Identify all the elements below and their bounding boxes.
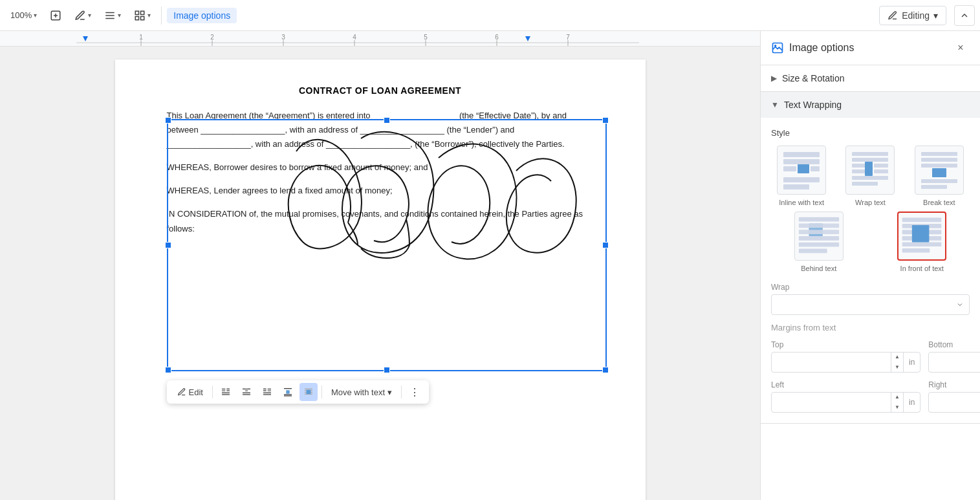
svg-rect-43 <box>286 390 289 393</box>
handle-top-right[interactable] <box>602 117 609 124</box>
text-wrapping-content: Style <box>761 118 980 423</box>
behind-preview-svg <box>795 212 843 261</box>
wrap-dropdown-chevron-icon <box>956 301 964 309</box>
editing-label: Editing <box>902 10 930 21</box>
style-item-infront[interactable]: In front of text <box>875 212 970 272</box>
editing-caret-icon: ▾ <box>933 10 938 21</box>
separator-1 <box>161 6 162 25</box>
margin-left-increment[interactable]: ▲ <box>891 392 903 402</box>
align-center-button[interactable] <box>237 383 256 401</box>
align-infront-button[interactable] <box>299 383 318 401</box>
style-item-break[interactable]: Break text <box>909 146 970 206</box>
wrap-section: Wrap <box>771 283 970 315</box>
align-infront-icon <box>303 387 314 397</box>
svg-rect-64 <box>852 169 866 173</box>
svg-rect-87 <box>902 248 930 253</box>
margin-bottom-input-row: ▲ ▼ in <box>928 352 980 373</box>
grid-button[interactable]: ▾ <box>129 7 156 24</box>
document-page[interactable]: CONTRACT OF LOAN AGREEMENT This Loan Agr… <box>115 60 646 500</box>
margins-title: Margins from text <box>771 323 970 332</box>
svg-rect-72 <box>932 168 946 177</box>
margin-left-input[interactable] <box>772 398 891 408</box>
align-left-tight-icon <box>221 387 231 397</box>
doc-paragraph-2: WHEREAS, Borrower desires to borrow a fi… <box>167 160 594 175</box>
more-dots-icon: ⋮ <box>409 386 420 398</box>
doc-body: This Loan Agreement (the “Agreement”) is… <box>167 109 594 236</box>
wrap-field-row <box>771 294 970 315</box>
margin-left-decrement[interactable]: ▼ <box>891 402 903 413</box>
style-item-behind[interactable]: Behind text <box>771 212 867 272</box>
margin-left-stepper: ▲ ▼ <box>891 392 903 413</box>
margin-top-field: Top ▲ ▼ in <box>771 340 920 373</box>
margin-top-decrement[interactable]: ▼ <box>891 362 903 373</box>
svg-rect-60 <box>852 152 888 156</box>
svg-rect-27 <box>222 388 225 391</box>
align-break-button[interactable] <box>279 383 297 401</box>
text-wrapping-label: Text Wrapping <box>784 100 842 110</box>
margin-left-unit: in <box>903 393 920 412</box>
style-grid-row1: Inline with text <box>771 146 970 206</box>
lines-button[interactable]: ▾ <box>99 7 126 24</box>
style-name-wrap: Wrap text <box>855 199 886 206</box>
svg-rect-68 <box>852 182 878 186</box>
float-sep-3 <box>401 386 402 398</box>
margin-top-stepper: ▲ ▼ <box>891 352 903 373</box>
collapse-panel-button[interactable] <box>954 5 975 26</box>
svg-rect-8 <box>136 16 139 19</box>
panel-title: Image options <box>771 41 855 54</box>
editing-mode-button[interactable]: Editing ▾ <box>879 6 946 25</box>
svg-text:3: 3 <box>281 34 285 41</box>
margin-right-field: Right ▲ ▼ in <box>928 380 980 413</box>
zoom-level-button[interactable]: 100% ▾ <box>5 8 42 23</box>
panel-title-text: Image options <box>789 42 855 54</box>
chevron-down-icon: ▼ <box>771 100 779 109</box>
size-rotation-toggle[interactable]: ▶ Size & Rotation <box>761 65 980 91</box>
more-options-button[interactable]: ⋮ <box>406 383 424 401</box>
ruler: 1 2 3 4 5 6 7 <box>0 31 760 47</box>
align-right-tight-button[interactable] <box>258 383 276 401</box>
edit-label: Edit <box>189 387 203 397</box>
text-wrapping-toggle[interactable]: ▼ Text Wrapping <box>761 92 980 118</box>
document-area[interactable]: 1 2 3 4 5 6 7 <box>0 31 760 500</box>
grid-caret-icon: ▾ <box>147 12 151 19</box>
handle-bottom-left[interactable] <box>165 367 171 373</box>
style-name-behind: Behind text <box>801 265 836 272</box>
pen-tool-button[interactable]: ▾ <box>69 7 96 24</box>
svg-text:7: 7 <box>566 34 570 41</box>
pen-icon <box>74 10 86 21</box>
move-with-text-button[interactable]: Move with text ▾ <box>326 385 397 400</box>
margin-bottom-input[interactable] <box>929 358 980 367</box>
margin-right-input[interactable] <box>929 398 980 408</box>
margin-top-increment[interactable]: ▲ <box>891 352 903 362</box>
margin-top-input[interactable] <box>772 358 891 367</box>
style-item-wrap[interactable]: Wrap text <box>840 146 900 206</box>
right-panel: Image options × ▶ Size & Rotation ▼ Text… <box>760 31 980 500</box>
margin-right-input-row: ▲ ▼ in <box>928 392 980 413</box>
style-preview-break <box>915 146 964 195</box>
handle-middle-left[interactable] <box>165 242 171 248</box>
wrap-dropdown[interactable] <box>771 294 970 315</box>
svg-rect-61 <box>852 158 888 162</box>
margins-grid: Top ▲ ▼ in Bottom <box>771 340 970 413</box>
handle-bottom-right[interactable] <box>602 367 609 373</box>
svg-rect-69 <box>921 152 957 156</box>
handle-middle-right[interactable] <box>602 242 609 248</box>
inline-preview-svg <box>780 149 823 191</box>
svg-rect-80 <box>799 243 839 247</box>
doc-paragraph-3: WHEREAS, Lender agrees to lend a fixed a… <box>167 184 594 198</box>
svg-rect-50 <box>307 390 311 395</box>
add-page-button[interactable] <box>45 7 67 24</box>
pen-caret-icon: ▾ <box>88 12 91 19</box>
zoom-caret-icon: ▾ <box>34 12 37 19</box>
doc-paragraph-4: IN CONSIDERATION of, the mutual promises… <box>167 207 594 235</box>
align-right-tight-icon <box>262 387 272 397</box>
style-item-inline[interactable]: Inline with text <box>771 146 832 206</box>
lines-icon <box>104 10 116 21</box>
svg-point-52 <box>774 45 776 47</box>
svg-rect-66 <box>865 162 873 176</box>
close-panel-button[interactable]: × <box>952 39 970 57</box>
align-left-tight-button[interactable] <box>217 383 235 401</box>
edit-button[interactable]: Edit <box>172 385 208 400</box>
style-preview-behind <box>794 212 844 261</box>
handle-bottom-middle[interactable] <box>384 367 390 373</box>
